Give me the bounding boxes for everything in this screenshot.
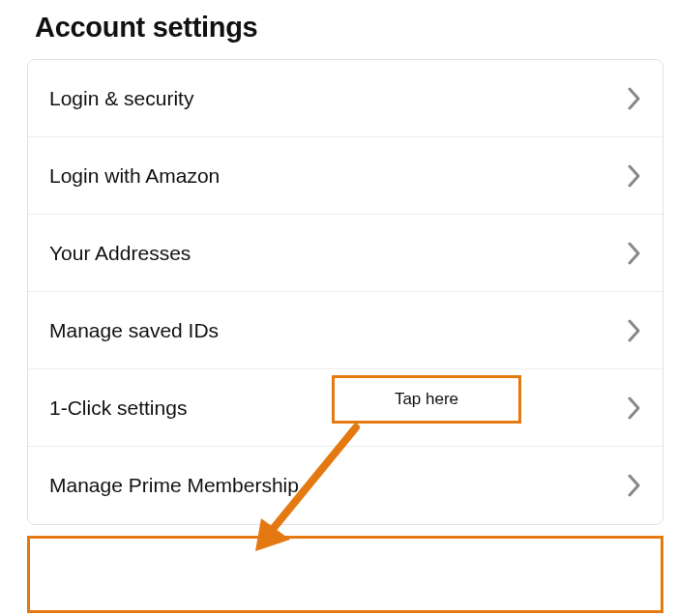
list-item-login-with-amazon[interactable]: Login with Amazon — [28, 137, 662, 215]
chevron-right-icon — [628, 87, 641, 110]
chevron-right-icon — [628, 474, 641, 497]
list-item-label: Login & security — [49, 87, 193, 110]
list-item-label: Login with Amazon — [49, 164, 220, 188]
list-item-your-addresses[interactable]: Your Addresses — [28, 215, 662, 292]
chevron-right-icon — [628, 164, 641, 188]
list-item-manage-prime-membership[interactable]: Manage Prime Membership — [28, 447, 662, 524]
chevron-right-icon — [628, 242, 641, 265]
list-item-manage-saved-ids[interactable]: Manage saved IDs — [28, 292, 662, 369]
list-item-label: Manage Prime Membership — [49, 474, 299, 497]
chevron-right-icon — [628, 396, 641, 420]
list-item-login-security[interactable]: Login & security — [28, 60, 662, 137]
list-item-label: Your Addresses — [49, 242, 191, 265]
chevron-right-icon — [628, 319, 641, 342]
list-item-label: Manage saved IDs — [49, 319, 219, 342]
annotation-callout: Tap here — [332, 375, 521, 424]
account-settings-list: Login & security Login with Amazon Your … — [27, 59, 663, 525]
annotation-callout-text: Tap here — [395, 390, 458, 409]
annotation-highlight-box — [27, 536, 663, 613]
list-item-label: 1-Click settings — [49, 396, 187, 420]
page-title: Account settings — [35, 12, 663, 44]
